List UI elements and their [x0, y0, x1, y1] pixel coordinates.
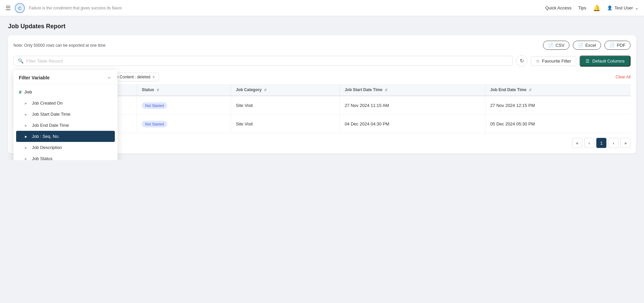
col-header-job-category: Job Category ⇵: [231, 84, 340, 96]
star-icon: ☆: [536, 59, 540, 64]
sort-icon-status[interactable]: ⇵: [156, 88, 159, 92]
filter-item-job-status[interactable]: ► Job Status: [13, 153, 118, 160]
quick-access-link[interactable]: Quick Access: [545, 5, 571, 10]
page-title: Job Updates Report: [8, 23, 636, 30]
filter-section-header: # Job: [13, 86, 118, 98]
pagination-controls: « ‹ 1 › »: [572, 138, 631, 148]
user-name: Test User: [614, 5, 633, 10]
search-input[interactable]: [26, 59, 508, 64]
cell-status-1: Not Started: [137, 96, 231, 115]
next-page-button[interactable]: ›: [608, 138, 618, 148]
cell-category-2: Site Visit: [231, 115, 340, 133]
page-1-button[interactable]: 1: [596, 138, 606, 148]
cell-status-2: Not Started: [137, 115, 231, 133]
default-columns-button[interactable]: ☰ Default Columns: [580, 55, 631, 67]
sort-icon-job-category[interactable]: ⇵: [264, 88, 267, 92]
csv-icon: 📄: [548, 43, 553, 48]
bell-icon[interactable]: 🔔: [593, 4, 600, 12]
col-header-status: Status ⇵: [137, 84, 231, 96]
filter-bar: 🔍 ↻ ☆ Favourite Filter ☰ Default Columns…: [13, 55, 631, 67]
filter-dropdown: Filter Variable ← # Job ► Job Created On…: [13, 70, 118, 160]
filter-item-job-created-on[interactable]: ► Job Created On: [13, 98, 118, 109]
chevron-right-icon: ►: [24, 157, 28, 160]
export-note: Note: Only 50000 rows can be exported at…: [13, 43, 105, 48]
remove-filter-update-content[interactable]: ×: [152, 74, 155, 80]
report-card: Note: Only 50000 rows can be exported at…: [8, 35, 636, 153]
search-wrap: 🔍: [13, 56, 513, 66]
filter-item-job-end-date-time[interactable]: ► Job End Date Time: [13, 120, 118, 131]
page-content: Job Updates Report Note: Only 50000 rows…: [0, 16, 644, 160]
chevron-right-icon: ►: [24, 101, 28, 105]
filter-variable-title: Filter Variable: [19, 75, 50, 80]
export-buttons: 📄 CSV 📄 Excel 📄 PDF: [543, 41, 631, 50]
search-icon: 🔍: [18, 58, 24, 64]
favourite-filter-button[interactable]: ☆ Favourite Filter: [531, 56, 576, 66]
csv-button[interactable]: 📄 CSV: [543, 41, 569, 50]
hash-icon: #: [19, 89, 21, 95]
filter-item-job-description[interactable]: ► Job Description: [13, 142, 118, 153]
svg-text:C: C: [18, 6, 21, 11]
cell-start-1: 27 Nov 2024 11:15 AM: [340, 96, 486, 115]
columns-icon: ☰: [586, 59, 590, 64]
export-bar: Note: Only 50000 rows can be exported at…: [13, 41, 631, 50]
cell-category-1: Site Visit: [231, 96, 340, 115]
sort-icon-job-end[interactable]: ⇵: [529, 88, 532, 92]
tips-link[interactable]: Tips: [578, 5, 586, 10]
filter-back-button[interactable]: ←: [107, 75, 112, 81]
logo-icon: C: [15, 3, 25, 13]
last-page-button[interactable]: »: [620, 138, 631, 148]
pdf-button[interactable]: 📄 PDF: [604, 41, 631, 50]
excel-icon: 📄: [578, 43, 583, 48]
col-header-job-start: Job Start Date Time ⇵: [340, 84, 486, 96]
chevron-down-icon: ⌄: [635, 5, 639, 10]
filter-item-list: ► Job Created On ► Job Start Date Time ►…: [13, 98, 118, 160]
top-nav: ☰ C Failure is the condiment that gives …: [0, 0, 644, 16]
user-icon: 👤: [607, 5, 612, 10]
col-header-job-end: Job End Date Time ⇵: [486, 84, 631, 96]
filter-item-job-seq-no[interactable]: ► Job : Seq. No.: [16, 131, 115, 142]
chevron-right-icon: ►: [24, 112, 28, 116]
prev-page-button[interactable]: ‹: [584, 138, 594, 148]
clear-all-button[interactable]: Clear All: [615, 75, 631, 79]
cell-start-2: 04 Dec 2024 04:30 PM: [340, 115, 486, 133]
tagline: Failure is the condiment that gives succ…: [29, 6, 545, 10]
excel-button[interactable]: 📄 Excel: [573, 41, 601, 50]
user-menu[interactable]: 👤 Test User ⌄: [607, 5, 639, 10]
chevron-right-icon: ►: [24, 146, 28, 150]
sort-icon-job-start[interactable]: ⇵: [385, 88, 387, 92]
hamburger-icon[interactable]: ☰: [5, 4, 11, 12]
filter-dropdown-header: Filter Variable ←: [13, 70, 118, 84]
first-page-button[interactable]: «: [572, 138, 582, 148]
cell-end-1: 27 Nov 2024 12:15 PM: [486, 96, 631, 115]
filter-item-job-start-date-time[interactable]: ► Job Start Date Time: [13, 109, 118, 120]
chevron-right-icon: ►: [24, 135, 28, 139]
nav-right: Quick Access Tips 🔔 👤 Test User ⌄: [545, 4, 639, 12]
cell-end-2: 05 Dec 2024 05:30 PM: [486, 115, 631, 133]
pdf-icon: 📄: [609, 43, 615, 48]
refresh-button[interactable]: ↻: [516, 55, 527, 67]
chevron-right-icon: ►: [24, 123, 28, 127]
filter-section-label: Job: [24, 89, 32, 94]
